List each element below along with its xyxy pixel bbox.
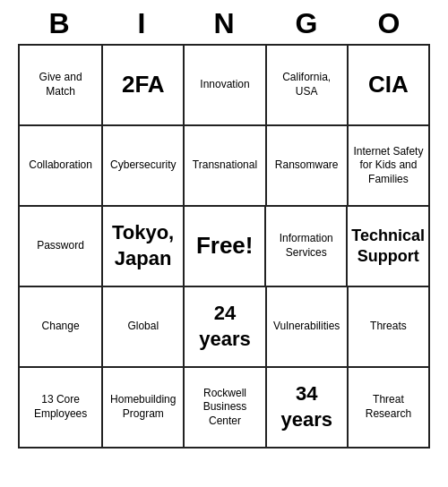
bingo-cell-1-2: Transnational bbox=[183, 126, 264, 205]
bingo-cell-1-3: Ransomware bbox=[265, 126, 347, 205]
bingo-cell-4-4: Threat Research bbox=[347, 368, 428, 447]
bingo-row-2: PasswordTokyo, JapanFree!Information Ser… bbox=[20, 205, 428, 286]
bingo-cell-0-1: 2FA bbox=[101, 46, 183, 124]
bingo-cell-2-3: Information Services bbox=[264, 207, 346, 286]
bingo-cell-2-4: Technical Support bbox=[346, 207, 428, 286]
letter-g: G bbox=[271, 7, 342, 40]
bingo-cell-1-1: Cybersecurity bbox=[101, 126, 183, 205]
bingo-cell-3-4: Threats bbox=[347, 287, 428, 366]
bingo-cell-2-0: Password bbox=[20, 207, 101, 286]
bingo-cell-4-2: Rockwell Business Center bbox=[183, 368, 264, 447]
bingo-row-0: Give and Match2FAInnovationCalifornia, U… bbox=[20, 46, 428, 124]
bingo-cell-3-2: 24 years bbox=[183, 287, 264, 366]
bingo-cell-0-3: California, USA bbox=[265, 46, 347, 124]
bingo-row-1: CollaborationCybersecurityTransnationalR… bbox=[20, 124, 428, 205]
bingo-grid: Give and Match2FAInnovationCalifornia, U… bbox=[18, 44, 430, 449]
bingo-cell-3-1: Global bbox=[101, 287, 183, 366]
letter-n: N bbox=[188, 7, 260, 40]
bingo-title: B I N G O bbox=[18, 0, 430, 44]
bingo-cell-0-0: Give and Match bbox=[20, 46, 101, 124]
bingo-cell-0-4: CIA bbox=[347, 46, 428, 124]
bingo-cell-0-2: Innovation bbox=[183, 46, 264, 124]
letter-b: B bbox=[23, 7, 95, 40]
bingo-cell-3-3: Vulnerabilities bbox=[265, 287, 347, 366]
bingo-cell-4-3: 34 years bbox=[265, 368, 347, 447]
bingo-cell-4-0: 13 Core Employees bbox=[20, 368, 101, 447]
bingo-row-3: ChangeGlobal24 yearsVulnerabilitiesThrea… bbox=[20, 286, 428, 366]
bingo-cell-1-0: Collaboration bbox=[20, 126, 101, 205]
bingo-cell-2-1: Tokyo, Japan bbox=[101, 207, 183, 286]
bingo-cell-2-2: Free! bbox=[183, 207, 264, 286]
letter-o: O bbox=[353, 7, 425, 40]
bingo-cell-4-1: Homebuilding Program bbox=[101, 368, 183, 447]
letter-i: I bbox=[106, 7, 177, 40]
bingo-cell-3-0: Change bbox=[20, 287, 101, 366]
bingo-row-4: 13 Core EmployeesHomebuilding ProgramRoc… bbox=[20, 366, 428, 447]
bingo-cell-1-4: Internet Safety for Kids and Families bbox=[347, 126, 428, 205]
